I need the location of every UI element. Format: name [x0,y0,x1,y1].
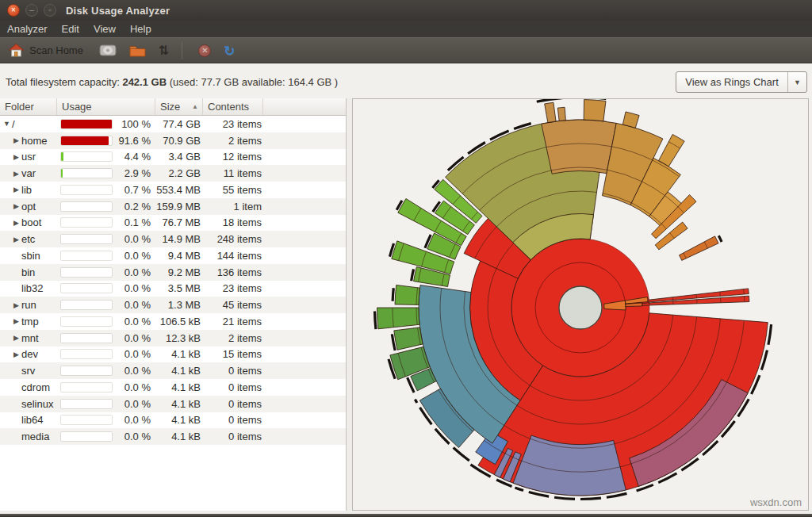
table-row[interactable]: bin0.0 %9.2 MB136 items [0,264,346,281]
folder-name: run [21,299,36,311]
menu-bar: AnalyzerEditViewHelp [0,21,812,37]
table-row[interactable]: ▶tmp0.0 %106.5 kB21 items [0,313,346,330]
table-row[interactable]: ▶lib0.7 %553.4 MB55 items [0,182,346,198]
ring-segment[interactable] [584,100,606,121]
menu-item-analyzer[interactable]: Analyzer [0,21,55,36]
refresh-icon: ↻ [224,43,235,59]
expander-collapsed-icon[interactable]: ▶ [11,317,21,325]
folder-name: media [21,431,49,442]
expander-collapsed-icon[interactable]: ▶ [11,350,21,358]
size-value: 1.3 MB [155,299,203,311]
table-row[interactable]: ▶mnt0.0 %12.3 kB2 items [0,330,346,347]
ring-segment[interactable] [542,120,616,174]
menu-item-help[interactable]: Help [123,21,159,36]
table-row[interactable]: ▶var2.9 %2.2 GB11 items [0,165,346,182]
table-row[interactable]: ▶boot0.1 %76.7 MB18 items [0,215,346,232]
usage-percent: 2.9 % [113,167,155,179]
usage-percent: 0.0 % [113,348,155,360]
pane-divider[interactable] [347,98,352,511]
ring-segment[interactable] [394,327,423,350]
column-header-size[interactable]: Size ▲ [155,98,203,115]
ring-segment[interactable] [622,112,639,128]
folder-name: home [21,135,48,147]
contents-value: 0 items [203,381,263,393]
folder-name: dev [21,348,38,360]
contents-value: 136 items [203,266,263,278]
contents-value: 15 items [203,348,263,360]
stop-button[interactable]: ✕ [193,42,216,59]
menu-item-view[interactable]: View [86,21,123,36]
contents-value: 144 items [203,250,263,262]
refresh-button[interactable]: ↻ [219,40,239,61]
close-button-icon[interactable]: × [7,4,20,17]
view-mode-select[interactable]: View as Rings Chart ▼ [676,71,807,93]
ring-segment[interactable] [513,435,626,496]
table-row[interactable]: ▶run0.0 %1.3 MB45 items [0,297,346,313]
more-content-arc [375,312,376,330]
table-row[interactable]: lib320.0 %3.5 MB23 items [0,281,346,297]
table-row[interactable]: ▶usr4.4 %3.4 GB12 items [0,149,346,166]
hard-disk-icon [99,44,117,57]
expander-collapsed-icon[interactable]: ▶ [11,219,21,227]
more-content-arc [718,236,722,242]
usage-bar [60,217,113,228]
table-row[interactable]: srv0.0 %4.1 kB0 items [0,362,346,379]
table-row[interactable]: media0.0 %4.1 kB0 items [0,428,346,445]
expander-expanded-icon[interactable]: ▼ [2,120,12,128]
column-header-filler [263,98,346,115]
chart-center-root[interactable] [559,286,602,329]
title-bar: × – ▫ Disk Usage Analyzer [0,0,812,21]
contents-value: 248 items [203,233,263,245]
expander-collapsed-icon[interactable]: ▶ [11,334,21,342]
table-row[interactable]: ▶home91.6 %70.9 GB2 items [0,132,346,149]
usage-percent: 0.0 % [113,282,155,294]
size-value: 77.4 GB [155,118,203,130]
expander-collapsed-icon[interactable]: ▶ [11,136,21,144]
home-icon [9,44,24,57]
folder-name: srv [21,365,35,377]
scan-remote-button[interactable]: ⇅ [154,40,174,60]
ring-boundary [744,289,745,294]
folder-name: tmp [21,316,39,327]
ring-segment[interactable] [557,107,565,121]
expander-collapsed-icon[interactable]: ▶ [11,301,21,309]
maximize-button-icon[interactable]: ▫ [44,4,56,17]
expander-collapsed-icon[interactable]: ▶ [11,153,21,161]
column-header-contents[interactable]: Contents [203,98,263,115]
folder-name: etc [21,233,35,245]
folder-name: sbin [21,250,40,262]
contents-value: 0 items [203,414,263,426]
table-row[interactable]: ▶opt0.2 %159.9 MB1 item [0,198,346,215]
scan-filesystem-button[interactable] [94,41,121,59]
table-row[interactable]: ▶etc0.0 %14.9 MB248 items [0,231,346,247]
scan-home-button[interactable]: Scan Home [4,41,88,59]
scan-folder-button[interactable] [124,42,151,59]
table-row[interactable]: ▶dev0.0 %4.1 kB15 items [0,347,346,363]
expander-collapsed-icon[interactable]: ▶ [11,202,21,210]
window-bottom-edge [0,511,812,517]
menu-item-edit[interactable]: Edit [55,21,86,36]
usage-bar [60,399,113,409]
expander-collapsed-icon[interactable]: ▶ [11,186,21,193]
folder-icon [129,44,146,57]
expander-collapsed-icon[interactable]: ▶ [11,170,21,178]
column-header-folder[interactable]: Folder [0,98,57,115]
folder-name: cdrom [21,381,50,393]
table-row[interactable]: selinux0.0 %4.1 kB0 items [0,396,346,412]
usage-percent: 0.2 % [113,201,155,213]
table-row[interactable]: cdrom0.0 %4.1 kB0 items [0,379,346,396]
window-title: Disk Usage Analyzer [66,5,170,17]
ring-segment[interactable] [545,102,556,122]
usage-bar [60,201,113,212]
contents-value: 11 items [203,167,263,179]
ring-segment[interactable] [377,308,420,329]
scan-home-label: Scan Home [29,44,83,56]
column-header-usage[interactable]: Usage [57,98,155,115]
expander-collapsed-icon[interactable]: ▶ [11,236,21,243]
table-row[interactable]: sbin0.0 %9.4 MB144 items [0,247,346,264]
table-row[interactable]: lib640.0 %4.1 kB0 items [0,412,346,429]
minimize-button-icon[interactable]: – [25,4,38,17]
rings-chart[interactable] [353,99,808,510]
size-value: 14.9 MB [155,233,203,245]
table-row[interactable]: ▼/100 %77.4 GB23 items [0,116,346,132]
